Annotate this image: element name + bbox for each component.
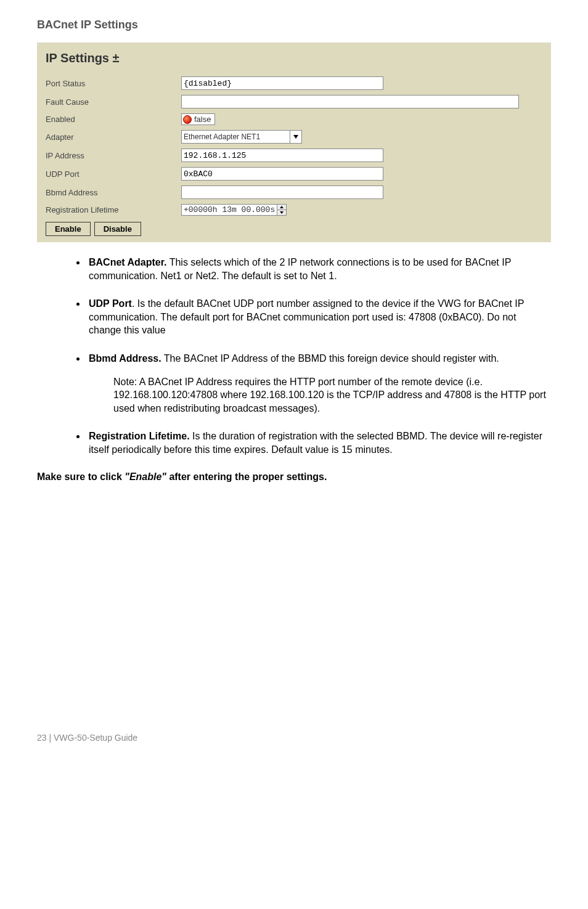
list-item: Bbmd Address. The BACnet IP Address of t…: [86, 352, 551, 415]
bullet-lead: UDP Port: [89, 298, 132, 309]
bullet-text: . Is the default BACnet UDP port number …: [89, 298, 524, 335]
bullet-lead: Registration Lifetime.: [89, 431, 190, 441]
disable-button[interactable]: Disable: [94, 222, 141, 236]
final-instruction: Make sure to click "Enable" after enteri…: [37, 471, 551, 483]
row-adapter: Adapter Ethernet Adapter NET1: [46, 128, 542, 146]
status-dot-false-icon: [183, 115, 192, 124]
field-port-status: [181, 76, 383, 90]
label-bbmd-address: Bbmd Address: [46, 188, 181, 197]
bullet-lead: Bbmd Address.: [89, 353, 161, 364]
label-enabled: Enabled: [46, 115, 181, 124]
enable-button[interactable]: Enable: [46, 222, 91, 236]
label-udp-port: UDP Port: [46, 169, 181, 179]
label-port-status: Port Status: [46, 79, 181, 88]
field-enabled[interactable]: false: [181, 113, 215, 125]
label-adapter: Adapter: [46, 132, 181, 142]
final-pre: Make sure to click: [37, 471, 125, 482]
field-registration-lifetime[interactable]: +00000h 13m 00.000s: [181, 204, 287, 216]
field-ip-address[interactable]: [181, 149, 383, 162]
spinner-down-icon[interactable]: [277, 210, 286, 215]
row-bbmd-address: Bbmd Address: [46, 183, 542, 202]
list-item: BACnet Adapter. This selects which of th…: [86, 256, 551, 282]
field-fault-cause: [181, 95, 519, 108]
label-registration-lifetime: Registration Lifetime: [46, 205, 181, 214]
final-post: after entering the proper settings.: [166, 471, 327, 482]
row-ip-address: IP Address: [46, 146, 542, 165]
row-enabled: Enabled false: [46, 111, 542, 128]
row-registration-lifetime: Registration Lifetime +00000h 13m 00.000…: [46, 202, 542, 218]
ip-settings-panel: IP Settings ± Port Status Fault Cause En…: [37, 43, 551, 242]
enabled-text: false: [194, 115, 211, 124]
page-footer: 23 | VWG-50-Setup Guide: [0, 733, 588, 757]
label-ip-address: IP Address: [46, 151, 181, 160]
field-bbmd-address[interactable]: [181, 185, 383, 199]
field-udp-port[interactable]: [181, 167, 383, 181]
adapter-selected: Ethernet Adapter NET1: [184, 132, 260, 141]
chevron-down-icon: [290, 131, 301, 143]
row-udp-port: UDP Port: [46, 165, 542, 183]
label-fault-cause: Fault Cause: [46, 97, 181, 107]
feature-list: BACnet Adapter. This selects which of th…: [37, 256, 551, 457]
list-item: UDP Port. Is the default BACnet UDP port…: [86, 297, 551, 337]
note-text: Note: A BACnet IP Address requires the H…: [113, 375, 551, 415]
panel-title: IP Settings ±: [46, 49, 542, 74]
bullet-text: The BACnet IP Address of the BBMD this f…: [161, 353, 499, 364]
spinner-up-icon[interactable]: [277, 205, 286, 210]
row-fault-cause: Fault Cause: [46, 92, 542, 111]
registration-lifetime-value: +00000h 13m 00.000s: [182, 205, 277, 215]
final-em: "Enable": [125, 471, 166, 482]
field-adapter[interactable]: Ethernet Adapter NET1: [181, 130, 302, 144]
list-item: Registration Lifetime. Is the duration o…: [86, 430, 551, 456]
section-heading: BACnet IP Settings: [37, 18, 551, 31]
row-port-status: Port Status: [46, 74, 542, 92]
bullet-lead: BACnet Adapter.: [89, 257, 167, 267]
